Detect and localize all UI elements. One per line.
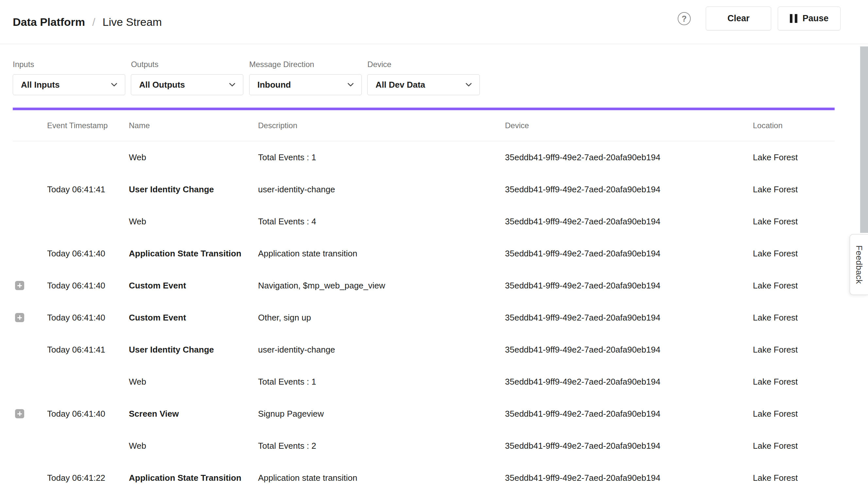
expand-icon[interactable] bbox=[15, 313, 24, 322]
cell-device: 35eddb41-9ff9-49e2-7aed-20afa90eb194 bbox=[505, 184, 753, 194]
table-body: Web Total Events : 1 35eddb41-9ff9-49e2-… bbox=[13, 141, 835, 486]
device-select-value: All Dev Data bbox=[375, 80, 425, 90]
cell-name: Web bbox=[129, 377, 258, 387]
pause-button[interactable]: Pause bbox=[778, 6, 840, 30]
cell-description: Navigation, $mp_web_page_view bbox=[258, 281, 505, 291]
expand-cell bbox=[13, 249, 47, 258]
cell-device: 35eddb41-9ff9-49e2-7aed-20afa90eb194 bbox=[505, 313, 753, 323]
cell-timestamp: Today 06:41:40 bbox=[47, 281, 129, 291]
table-row[interactable]: Today 06:41:40 Screen View Signup Pagevi… bbox=[13, 398, 835, 430]
cell-description: Total Events : 4 bbox=[258, 216, 505, 226]
cell-name: Web bbox=[129, 152, 258, 162]
expand-icon[interactable] bbox=[15, 281, 24, 290]
cell-timestamp: Today 06:41:40 bbox=[47, 409, 129, 419]
clear-button[interactable]: Clear bbox=[706, 6, 771, 30]
help-icon[interactable]: ? bbox=[678, 12, 691, 25]
filter-device-label: Device bbox=[367, 60, 480, 69]
cell-device: 35eddb41-9ff9-49e2-7aed-20afa90eb194 bbox=[505, 473, 753, 483]
cell-location: Lake Forest bbox=[753, 409, 835, 419]
device-select[interactable]: All Dev Data bbox=[367, 74, 480, 95]
cell-description: user-identity-change bbox=[258, 184, 505, 194]
cell-timestamp: Today 06:41:22 bbox=[47, 473, 129, 483]
cell-location: Lake Forest bbox=[753, 441, 835, 451]
cell-device: 35eddb41-9ff9-49e2-7aed-20afa90eb194 bbox=[505, 377, 753, 387]
cell-name: Application State Transition bbox=[129, 248, 258, 259]
pause-icon bbox=[790, 14, 797, 23]
cell-timestamp: Today 06:41:41 bbox=[47, 345, 129, 355]
expand-cell bbox=[13, 377, 47, 386]
breadcrumb-separator: / bbox=[92, 16, 95, 28]
cell-location: Lake Forest bbox=[753, 473, 835, 483]
filters-bar: Inputs All Inputs Outputs All Outputs Me… bbox=[0, 44, 868, 95]
message-direction-select[interactable]: Inbound bbox=[249, 74, 362, 95]
cell-timestamp: Today 06:41:40 bbox=[47, 313, 129, 323]
cell-name: Custom Event bbox=[129, 313, 258, 323]
cell-location: Lake Forest bbox=[753, 184, 835, 194]
cell-name: Web bbox=[129, 441, 258, 451]
filter-message-direction: Message Direction Inbound bbox=[249, 60, 362, 95]
cell-device: 35eddb41-9ff9-49e2-7aed-20afa90eb194 bbox=[505, 152, 753, 162]
table-header: Event Timestamp Name Description Device … bbox=[13, 110, 835, 141]
chevron-down-icon bbox=[109, 80, 119, 90]
col-device: Device bbox=[505, 121, 753, 130]
cell-description: Other, sign up bbox=[258, 313, 505, 323]
cell-name: User Identity Change bbox=[129, 184, 258, 194]
cell-location: Lake Forest bbox=[753, 313, 835, 323]
top-header: Data Platform / Live Stream ? Clear Paus… bbox=[0, 0, 868, 44]
expand-cell bbox=[13, 409, 47, 418]
inputs-select[interactable]: All Inputs bbox=[13, 74, 125, 95]
cell-description: Total Events : 1 bbox=[258, 377, 505, 387]
col-event-timestamp: Event Timestamp bbox=[47, 121, 129, 130]
cell-description: Signup Pageview bbox=[258, 409, 505, 419]
cell-description: Total Events : 2 bbox=[258, 441, 505, 451]
cell-name: Custom Event bbox=[129, 281, 258, 291]
outputs-select[interactable]: All Outputs bbox=[131, 74, 243, 95]
feedback-tab[interactable]: Feedback bbox=[850, 234, 868, 295]
cell-device: 35eddb41-9ff9-49e2-7aed-20afa90eb194 bbox=[505, 441, 753, 451]
cell-name: Application State Transition bbox=[129, 473, 258, 483]
breadcrumb-page: Live Stream bbox=[103, 16, 162, 28]
breadcrumb: Data Platform / Live Stream bbox=[13, 0, 162, 44]
table-row[interactable]: Today 06:41:22 Application State Transit… bbox=[13, 462, 835, 486]
expand-icon[interactable] bbox=[15, 409, 24, 418]
cell-device: 35eddb41-9ff9-49e2-7aed-20afa90eb194 bbox=[505, 345, 753, 355]
cell-location: Lake Forest bbox=[753, 152, 835, 162]
table-row[interactable]: Today 06:41:41 User Identity Change user… bbox=[13, 173, 835, 205]
expand-cell bbox=[13, 217, 47, 226]
table-row[interactable]: Today 06:41:40 Custom Event Navigation, … bbox=[13, 270, 835, 302]
expand-cell bbox=[13, 185, 47, 194]
table-row[interactable]: Today 06:41:41 User Identity Change user… bbox=[13, 334, 835, 366]
cell-name: Screen View bbox=[129, 409, 258, 419]
col-description: Description bbox=[258, 121, 505, 130]
inputs-select-value: All Inputs bbox=[21, 80, 60, 90]
table-row[interactable]: Web Total Events : 1 35eddb41-9ff9-49e2-… bbox=[13, 141, 835, 173]
cell-name: Web bbox=[129, 216, 258, 226]
cell-device: 35eddb41-9ff9-49e2-7aed-20afa90eb194 bbox=[505, 216, 753, 226]
scrollbar-thumb[interactable] bbox=[860, 47, 868, 233]
cell-description: Application state transition bbox=[258, 473, 505, 483]
table-row[interactable]: Today 06:41:40 Custom Event Other, sign … bbox=[13, 302, 835, 334]
cell-location: Lake Forest bbox=[753, 345, 835, 355]
cell-name: User Identity Change bbox=[129, 345, 258, 355]
expand-cell bbox=[13, 281, 47, 290]
expand-cell bbox=[13, 313, 47, 322]
table-row[interactable]: Web Total Events : 1 35eddb41-9ff9-49e2-… bbox=[13, 366, 835, 398]
expand-cell bbox=[13, 345, 47, 354]
cell-location: Lake Forest bbox=[753, 377, 835, 387]
breadcrumb-section[interactable]: Data Platform bbox=[13, 16, 85, 28]
chevron-down-icon bbox=[464, 80, 473, 90]
pause-button-label: Pause bbox=[803, 13, 829, 24]
table-row[interactable]: Web Total Events : 4 35eddb41-9ff9-49e2-… bbox=[13, 205, 835, 238]
outputs-select-value: All Outputs bbox=[139, 80, 185, 90]
filter-outputs-label: Outputs bbox=[131, 60, 243, 69]
expand-cell bbox=[13, 153, 47, 162]
col-name: Name bbox=[129, 121, 258, 130]
cell-description: user-identity-change bbox=[258, 345, 505, 355]
filter-outputs: Outputs All Outputs bbox=[131, 60, 243, 95]
table-row[interactable]: Today 06:41:40 Application State Transit… bbox=[13, 238, 835, 270]
events-table: Event Timestamp Name Description Device … bbox=[13, 110, 835, 486]
cell-device: 35eddb41-9ff9-49e2-7aed-20afa90eb194 bbox=[505, 281, 753, 291]
cell-location: Lake Forest bbox=[753, 281, 835, 291]
table-row[interactable]: Web Total Events : 2 35eddb41-9ff9-49e2-… bbox=[13, 430, 835, 462]
message-direction-select-value: Inbound bbox=[257, 80, 291, 90]
